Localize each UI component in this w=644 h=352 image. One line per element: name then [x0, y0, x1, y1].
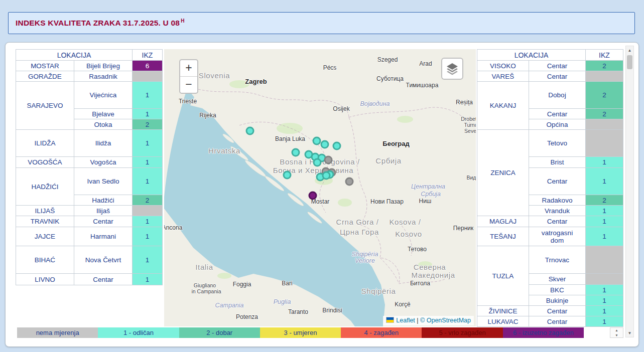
- spinner-up-button[interactable]: ▲: [610, 328, 623, 333]
- station-cell: Bijeli Brijeg: [74, 61, 133, 71]
- city-cell: ILIDŽA: [16, 130, 74, 157]
- ikz-value-cell: [586, 71, 623, 82]
- legend-item: nema mjerenja: [17, 327, 98, 338]
- station-map-marker[interactable]: [283, 171, 292, 180]
- column-header-lokacija: LOKACIJA: [477, 50, 586, 61]
- map-label: Hrvatska: [208, 146, 240, 155]
- station-cell: Općina: [529, 119, 586, 130]
- city-cell: LUKAVAC: [477, 316, 529, 327]
- station-map-marker[interactable]: [309, 192, 317, 200]
- station-cell: Skver: [529, 274, 586, 285]
- station-map-marker[interactable]: [321, 140, 329, 149]
- legend-item: 5 - vrlo zagađen: [422, 327, 502, 338]
- main-panel: LOKACIJA IKZ MOSTARBijeli Brijeg6GORAŽDE…: [5, 42, 639, 347]
- city-cell: KAKANJ: [477, 82, 529, 130]
- table-row: ILIJAŠIlijaš: [16, 206, 163, 216]
- leaflet-link[interactable]: Leaflet: [396, 317, 415, 324]
- ikz-value-cell: 1: [586, 216, 623, 227]
- city-cell: HADŽIĆI: [16, 168, 74, 206]
- scrollbar-track[interactable]: [626, 54, 633, 329]
- map-label: Drobet: [461, 116, 476, 122]
- station-cell: Hadžići: [74, 195, 133, 206]
- station-map-marker[interactable]: [324, 156, 333, 164]
- table-row: VAREŠCentar: [477, 71, 623, 82]
- layers-control[interactable]: [441, 58, 463, 80]
- station-cell: Centar: [529, 306, 586, 316]
- ikz-value-cell: 2: [586, 195, 623, 206]
- ikz-value-cell: 1: [133, 82, 163, 109]
- map-label: Korçë: [395, 301, 410, 308]
- left-ikz-table: LOKACIJA IKZ MOSTARBijeli Brijeg6GORAŽDE…: [16, 49, 163, 285]
- table-row: MOSTARBijeli Brijeg6: [16, 61, 163, 71]
- table-header-row: LOKACIJA IKZ: [477, 50, 623, 61]
- station-cell: Bjelave: [74, 109, 133, 119]
- station-cell: Nova Četvrt: [74, 246, 133, 274]
- station-map-marker[interactable]: [292, 148, 300, 157]
- station-cell: vatrogasni dom: [529, 227, 586, 246]
- table-row: KAKANJDoboj2: [477, 82, 623, 109]
- station-map-marker[interactable]: [246, 127, 254, 135]
- map-label: Shqipëria: [352, 251, 378, 258]
- map-label: Bari: [282, 280, 292, 287]
- ikz-value-cell: 1: [586, 285, 623, 295]
- legend-item: 2 - dobar: [179, 327, 260, 338]
- ikz-value-cell: 1: [586, 157, 623, 168]
- ikz-value-cell: 1: [133, 157, 163, 168]
- station-map-marker[interactable]: [322, 171, 331, 180]
- station-cell: BKC: [529, 285, 586, 295]
- ikz-value-cell: 2: [586, 109, 623, 119]
- osm-link[interactable]: © OpenStreetMap: [420, 317, 471, 324]
- city-cell: ZENICA: [477, 130, 529, 216]
- scroll-down-button[interactable]: ▼: [626, 329, 633, 337]
- ikz-value-cell: [586, 274, 623, 285]
- map-label: Brindisi: [322, 307, 342, 314]
- map-label: Foggia: [233, 281, 251, 288]
- map-label: Pécs: [323, 64, 337, 71]
- map-label: Србија: [375, 156, 401, 165]
- spinner-down-button[interactable]: ▼: [610, 333, 623, 338]
- table-row: LIVNOCentar1: [16, 274, 163, 285]
- table-row: GORAŽDERasadnik: [16, 71, 163, 82]
- zoom-out-button[interactable]: −: [180, 77, 197, 93]
- scroll-up-button[interactable]: ▲: [626, 46, 633, 54]
- map-label: Нови Пазар: [370, 198, 404, 205]
- map[interactable]: SloveniaZagrebTriesteRijekaHrvatskaBanja…: [164, 49, 476, 326]
- station-cell: Vijećnica: [74, 82, 133, 109]
- map-label: Тимишоара: [406, 82, 439, 89]
- map-label: Перник: [453, 225, 474, 232]
- station-map-marker[interactable]: [345, 178, 354, 186]
- station-map-marker[interactable]: [333, 142, 341, 150]
- table-row: JAJCEHarmani1: [16, 227, 163, 246]
- column-header-ikz: IKZ: [586, 50, 623, 61]
- map-label: Zagreb: [245, 78, 267, 85]
- station-cell: Trnovac: [529, 246, 586, 274]
- zoom-in-button[interactable]: +: [180, 60, 197, 76]
- ikz-value-cell: 1: [586, 295, 623, 306]
- table-row: HADŽIĆIIvan Sedlo1: [16, 168, 163, 195]
- scrollbar-thumb[interactable]: [627, 55, 632, 69]
- ikz-value-cell: 1: [586, 168, 623, 195]
- map-label: Campania: [215, 302, 244, 309]
- table-row: ŽIVINICECentar1: [477, 306, 623, 316]
- ikz-value-cell: 2: [133, 119, 163, 130]
- vertical-scrollbar[interactable]: ▲ ▼: [625, 46, 634, 337]
- layers-icon: [446, 62, 459, 75]
- map-label: Македонија: [411, 271, 455, 279]
- table-row: TUZLATrnovac: [477, 246, 623, 274]
- station-cell: Ilidža: [74, 130, 133, 157]
- city-cell: ŽIVINICE: [477, 306, 529, 316]
- ikz-legend: nema mjerenja1 - odličan2 - dobar3 - umj…: [17, 327, 584, 338]
- map-label: Giugliano: [194, 282, 216, 288]
- ikz-value-cell: [586, 119, 623, 130]
- station-cell: Vranduk: [529, 206, 586, 216]
- station-map-marker[interactable]: [313, 137, 321, 145]
- city-cell: BIHAĆ: [16, 246, 74, 274]
- map-label: Szeged: [377, 56, 398, 63]
- station-cell: Brist: [529, 157, 586, 168]
- legend-item: 3 - umjeren: [260, 327, 341, 338]
- map-label: Ancona: [164, 224, 182, 231]
- station-map-marker[interactable]: [313, 158, 322, 167]
- table-row: BIHAĆNova Četvrt1: [16, 246, 163, 274]
- ikz-value-cell: 1: [586, 206, 623, 216]
- map-label: in Campania: [192, 288, 221, 294]
